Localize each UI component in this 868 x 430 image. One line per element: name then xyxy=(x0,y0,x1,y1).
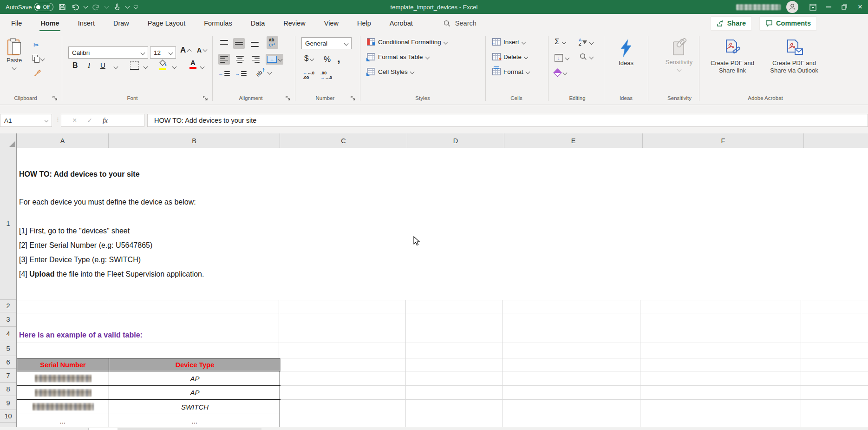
fill-color-button[interactable] xyxy=(159,60,167,70)
increase-decimal-button[interactable]: ←←.0.00 xyxy=(303,71,314,80)
row-header-6[interactable]: 6 xyxy=(0,356,16,369)
conditional-formatting-button[interactable]: Conditional Formatting xyxy=(367,38,447,46)
bold-button[interactable]: B xyxy=(72,61,78,70)
number-format-select[interactable]: General xyxy=(301,37,352,49)
sheet-tab-sliver[interactable] xyxy=(117,428,261,430)
alignment-dialog-launcher-icon[interactable] xyxy=(285,95,291,101)
table-cell-type-1[interactable]: AP xyxy=(109,371,281,386)
row-header-2[interactable]: 2 xyxy=(0,300,16,312)
decrease-indent-button[interactable]: ← xyxy=(218,71,230,76)
row-header-4[interactable]: 4 xyxy=(0,327,16,341)
copy-button[interactable] xyxy=(33,55,44,62)
column-header-e[interactable]: E xyxy=(504,133,643,148)
increase-indent-button[interactable]: → xyxy=(235,71,247,76)
sort-filter-button[interactable]: AZ xyxy=(579,38,593,46)
grow-font-button[interactable]: A xyxy=(180,46,191,55)
paste-dropdown-icon[interactable] xyxy=(12,66,17,70)
tab-view[interactable]: View xyxy=(315,20,348,27)
table-cell-type-4[interactable]: ... xyxy=(109,414,281,427)
sheet-tab-strip[interactable] xyxy=(0,427,868,430)
tab-draw[interactable]: Draw xyxy=(104,20,138,27)
search-box[interactable]: Search xyxy=(444,20,476,27)
row-header-7[interactable]: 7 xyxy=(0,369,16,383)
format-cells-button[interactable]: Format xyxy=(492,68,529,75)
font-dialog-launcher-icon[interactable] xyxy=(202,95,209,101)
delete-cells-button[interactable]: × Delete xyxy=(492,53,528,60)
fill-color-dropdown-icon[interactable] xyxy=(172,65,177,69)
column-header-a[interactable]: A xyxy=(17,133,109,148)
insert-cells-button[interactable]: ← Insert xyxy=(492,38,525,46)
name-box-dropdown-icon[interactable] xyxy=(45,119,48,122)
row-header-3[interactable]: 3 xyxy=(0,312,16,327)
accounting-format-button[interactable]: $ xyxy=(304,54,313,63)
row-header-5[interactable]: 5 xyxy=(0,341,16,356)
row-header-10[interactable]: 10 xyxy=(0,410,16,423)
orientation-dropdown-icon[interactable] xyxy=(268,70,272,74)
create-pdf-outlook-button[interactable]: Create PDF and Share via Outlook xyxy=(765,39,823,75)
tab-acrobat[interactable]: Acrobat xyxy=(380,20,422,27)
row-header-8[interactable]: 8 xyxy=(0,383,16,396)
format-as-table-button[interactable]: Format as Table xyxy=(367,53,429,60)
autosum-button[interactable]: Σ xyxy=(555,37,566,46)
borders-button[interactable] xyxy=(130,61,139,70)
table-cell-serial-3[interactable] xyxy=(17,400,109,414)
font-color-dropdown-icon[interactable] xyxy=(200,65,205,69)
comma-style-button[interactable]: , xyxy=(337,52,340,65)
column-header-b[interactable]: B xyxy=(109,133,280,148)
tab-insert[interactable]: Insert xyxy=(69,20,104,27)
tab-review[interactable]: Review xyxy=(274,20,315,27)
align-top-button[interactable] xyxy=(218,38,230,49)
table-header-serial-number[interactable]: Serial Number xyxy=(17,358,109,371)
touch-mode-dropdown-icon[interactable] xyxy=(125,4,130,9)
enter-icon[interactable]: ✓ xyxy=(87,117,92,124)
customize-qat-icon[interactable] xyxy=(134,6,138,8)
cut-button[interactable]: ✂ xyxy=(33,41,39,49)
minimize-button[interactable] xyxy=(821,0,836,14)
decrease-decimal-button[interactable]: .00→→.0 xyxy=(320,71,332,80)
borders-dropdown-icon[interactable] xyxy=(144,65,148,69)
align-right-button[interactable] xyxy=(250,54,261,65)
column-header-c[interactable]: C xyxy=(280,133,407,148)
column-header-d[interactable]: D xyxy=(407,133,504,148)
paste-button[interactable]: Paste xyxy=(7,38,22,69)
undo-dropdown-icon[interactable] xyxy=(83,4,88,9)
percent-style-button[interactable]: % xyxy=(324,55,331,64)
column-header-f[interactable]: F xyxy=(643,133,804,148)
row-header-9[interactable]: 9 xyxy=(0,396,16,410)
italic-button[interactable]: I xyxy=(88,61,90,70)
cell-styles-button[interactable]: Cell Styles xyxy=(367,68,414,75)
table-cell-serial-1[interactable] xyxy=(17,371,109,386)
comments-button[interactable]: Comments xyxy=(759,16,817,31)
share-button[interactable]: Share xyxy=(711,16,752,31)
tab-help[interactable]: Help xyxy=(348,20,380,27)
tab-data[interactable]: Data xyxy=(241,20,274,27)
table-cell-type-2[interactable]: AP xyxy=(109,386,281,400)
cancel-icon[interactable]: × xyxy=(72,116,77,125)
table-cell-type-3[interactable]: SWITCH xyxy=(109,400,281,414)
ideas-button[interactable]: Ideas xyxy=(612,39,640,67)
underline-button[interactable]: U xyxy=(100,61,105,69)
format-painter-button[interactable] xyxy=(33,69,42,77)
tab-file[interactable]: File xyxy=(2,20,31,27)
align-center-button[interactable] xyxy=(234,54,246,65)
name-box[interactable]: A1 xyxy=(0,114,52,127)
user-avatar[interactable] xyxy=(786,1,798,13)
save-icon[interactable] xyxy=(58,3,66,11)
ribbon-display-options-icon[interactable] xyxy=(805,0,821,14)
close-button[interactable]: × xyxy=(852,0,868,14)
merge-center-button[interactable]: ↔ xyxy=(266,54,283,65)
accounting-dropdown-icon[interactable] xyxy=(310,56,314,61)
tab-home[interactable]: Home xyxy=(31,20,68,27)
wrap-text-button[interactable]: abc↵ xyxy=(267,36,278,49)
font-size-select[interactable]: 12 xyxy=(150,46,176,59)
align-bottom-button[interactable] xyxy=(249,38,261,49)
fill-button[interactable]: ↓ xyxy=(555,54,569,62)
clear-button[interactable] xyxy=(555,70,567,76)
row-header-1[interactable]: 1 xyxy=(0,148,16,300)
orientation-button[interactable]: ab↗ xyxy=(255,69,271,75)
align-middle-button[interactable] xyxy=(233,38,245,49)
create-pdf-share-link-button[interactable]: Create PDF and Share link xyxy=(707,39,757,75)
font-color-button[interactable]: A xyxy=(189,59,196,69)
autosave-toggle[interactable]: AutoSave Off xyxy=(6,3,53,11)
font-name-select[interactable]: Calibri xyxy=(68,46,148,59)
